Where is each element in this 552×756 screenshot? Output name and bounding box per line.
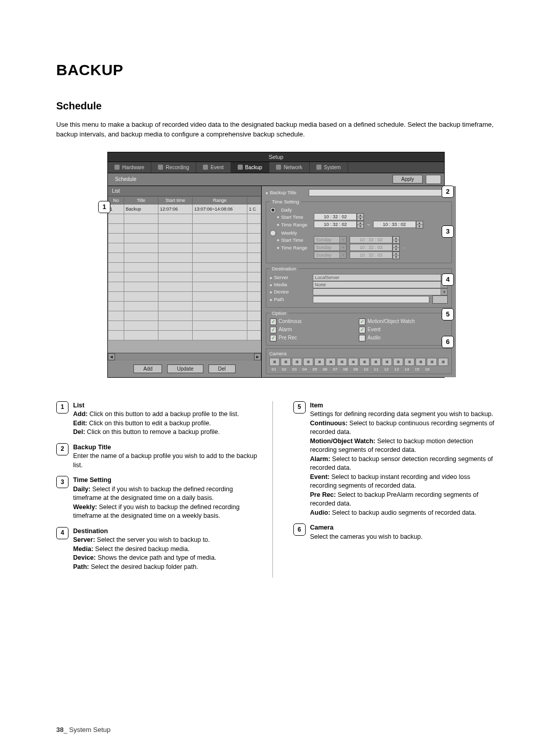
keyboard-button[interactable] — [426, 175, 441, 184]
path-input[interactable] — [313, 296, 429, 303]
daily-start-time[interactable]: 10 : 32 : 02▲▼ — [314, 213, 364, 221]
option-group: Option ✓Continous ✓Motion/Object Watch ✓… — [266, 310, 452, 346]
continous-check[interactable]: ✓Continous — [270, 318, 359, 325]
cell-start: 12:07:06 — [158, 204, 193, 214]
tilde: ~ — [403, 245, 406, 250]
option-legend: Option — [270, 310, 288, 316]
col-no[interactable]: No — [108, 196, 124, 204]
server-select[interactable]: LocalServer▾ — [313, 274, 448, 281]
spinner-icon[interactable]: ▲▼ — [393, 251, 400, 259]
path-browse-button[interactable] — [432, 295, 448, 304]
camera-toggle[interactable]: ▣ — [427, 358, 437, 366]
add-button[interactable]: Add — [133, 364, 162, 373]
media-value: None — [315, 282, 326, 287]
scroll-left-icon[interactable]: ◄ — [108, 353, 115, 360]
weekly-start-label: Start Time — [270, 237, 311, 243]
page-footer: 38_ System Setup — [56, 726, 110, 734]
camera-toggle[interactable]: ▣ — [269, 358, 280, 366]
weekly-label: Weekly — [281, 230, 297, 236]
weekly-start-day[interactable]: Sunday▾ — [314, 236, 347, 243]
desc4-server-key: Server: — [73, 536, 95, 543]
camera-toggle[interactable]: ▣ — [326, 358, 336, 366]
badge-4: 4 — [56, 527, 68, 539]
weekly-start-time[interactable]: 10 : 32 : 02▲▼ — [350, 236, 400, 244]
weekly-range-t2[interactable]: 10 : 32 : 02▲▼ — [350, 251, 400, 259]
alarm-check[interactable]: ✓Alarm — [270, 327, 359, 333]
spinner-icon[interactable]: ▲▼ — [357, 213, 364, 221]
camera-toggle[interactable]: ▣ — [438, 358, 448, 366]
col-range[interactable]: Range — [193, 196, 247, 204]
tab-system[interactable]: System — [310, 162, 348, 173]
table-row[interactable]: 1 Backup 12:07:06 13:07:06~14:08:06 1 C — [108, 204, 261, 214]
desc3-weekly-key: Weekly: — [73, 503, 97, 511]
weekly-radio[interactable] — [270, 230, 276, 236]
camera-toggle[interactable]: ▣ — [359, 358, 370, 366]
desc5-pre-key: Pre Rec: — [310, 491, 336, 498]
chevron-down-icon: ▾ — [441, 289, 447, 295]
col-title[interactable]: Title — [124, 196, 158, 204]
daily-range-to[interactable]: 10 : 33 : 02▲▼ — [373, 221, 423, 228]
desc3-daily-key: Daily: — [73, 486, 90, 493]
event-check[interactable]: ✓Event — [359, 327, 448, 333]
col-start[interactable]: Start time — [158, 196, 193, 204]
callout-6: 6 — [442, 336, 454, 348]
tab-bar: Hardware Recording Event Backup Network … — [107, 162, 445, 173]
cell-no: 1 — [108, 204, 124, 214]
daily-range-from[interactable]: 10 : 32 : 02▲▼ — [314, 221, 364, 228]
camera-toggle[interactable]: ▣ — [303, 358, 313, 366]
tab-network[interactable]: Network — [269, 162, 310, 173]
desc5-alarm-key: Alarm: — [310, 455, 331, 463]
scroll-right-icon[interactable]: ► — [254, 353, 261, 360]
backup-title-input[interactable] — [309, 189, 452, 196]
apply-button[interactable]: Apply — [393, 175, 423, 184]
destination-legend: Destination — [270, 266, 298, 271]
list-h-scrollbar[interactable]: ◄ ► — [108, 353, 261, 360]
daily-radio[interactable] — [270, 207, 276, 213]
audio-label: Audio — [367, 335, 381, 340]
camera-toggle[interactable]: ▣ — [393, 358, 403, 366]
device-select[interactable]: ▾ — [313, 288, 448, 295]
hardware-icon — [114, 165, 120, 170]
callout-4: 4 — [442, 273, 454, 286]
tab-hardware[interactable]: Hardware — [108, 162, 151, 173]
camera-toggle[interactable]: ▣ — [314, 358, 325, 366]
spinner-icon[interactable]: ▲▼ — [393, 236, 400, 244]
description-columns: 1 List Add: Click on this button to add … — [56, 401, 496, 578]
weekly-range-t1[interactable]: 10 : 32 : 02▲▼ — [350, 244, 400, 251]
tab-recording[interactable]: Recording — [151, 162, 196, 173]
update-button[interactable]: Update — [167, 364, 203, 373]
media-select[interactable]: None▾ — [313, 281, 448, 288]
weekly-range-day1[interactable]: Sunday▾ — [314, 244, 347, 251]
subnav-schedule[interactable]: Schedule — [111, 175, 141, 183]
camera-toggle[interactable]: ▣ — [337, 358, 347, 366]
camera-toggle[interactable]: ▣ — [292, 358, 302, 366]
list-heading: List — [108, 186, 261, 196]
event-label: Event — [367, 327, 381, 332]
weekly-range-day2[interactable]: Sunday▾ — [314, 251, 347, 259]
tab-backup[interactable]: Backup — [231, 162, 269, 173]
callout-1: 1 — [98, 201, 110, 213]
continous-label: Continous — [279, 318, 302, 324]
backup-icon — [238, 165, 243, 170]
col-trail[interactable] — [247, 196, 261, 204]
desc4-media-val: Select the desired backup media. — [95, 545, 190, 553]
camera-toggle[interactable]: ▣ — [371, 358, 381, 366]
audio-check[interactable]: Audio — [359, 335, 448, 341]
camera-toggle[interactable]: ▣ — [348, 358, 358, 366]
spinner-icon[interactable]: ▲▼ — [357, 221, 364, 228]
prerec-check[interactable]: ✓Pre Rec — [270, 335, 359, 341]
badge-3: 3 — [56, 476, 68, 488]
network-icon — [276, 165, 281, 170]
camera-toggle[interactable]: ▣ — [382, 358, 392, 366]
callout-2: 2 — [442, 186, 454, 198]
camera-toggle[interactable]: ▣ — [416, 358, 426, 366]
desc5-cont-key: Continuous: — [310, 420, 348, 427]
spinner-icon[interactable]: ▲▼ — [393, 244, 400, 251]
camera-toggle[interactable]: ▣ — [281, 358, 291, 366]
camera-toggle[interactable]: ▣ — [404, 358, 415, 366]
tab-event[interactable]: Event — [196, 162, 231, 173]
spinner-icon[interactable]: ▲▼ — [416, 221, 423, 228]
motion-check[interactable]: ✓Motion/Object Watch — [359, 318, 448, 325]
del-button[interactable]: Del — [209, 364, 236, 373]
badge-5: 5 — [293, 401, 306, 414]
